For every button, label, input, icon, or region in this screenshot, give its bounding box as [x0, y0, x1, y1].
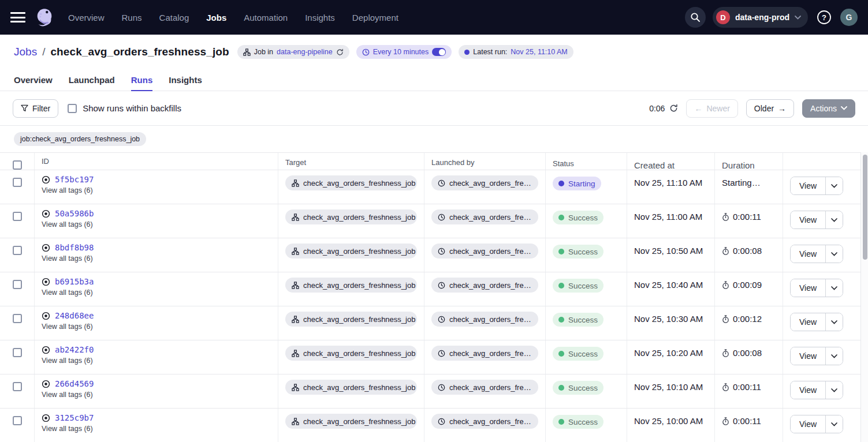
- refresh-icon[interactable]: [669, 104, 678, 113]
- view-dropdown-button[interactable]: [825, 347, 843, 365]
- older-button[interactable]: Older →: [746, 99, 794, 118]
- duration-value: Starting…: [722, 178, 761, 188]
- duration-cell: 0:00:12: [715, 306, 783, 340]
- workspace-name: data-eng-prod: [735, 13, 789, 22]
- scrollbar-thumb[interactable]: [863, 155, 867, 260]
- tab-overview[interactable]: Overview: [14, 69, 53, 91]
- table-row: ab2422f0 View all tags (6) check_avg_ord…: [0, 340, 860, 374]
- vertical-scrollbar[interactable]: [860, 152, 868, 442]
- target-job-pill[interactable]: check_avg_orders_freshness_job: [285, 346, 417, 361]
- nav-item-deployment[interactable]: Deployment: [352, 13, 398, 23]
- view-dropdown-button[interactable]: [825, 245, 843, 263]
- target-job-pill[interactable]: check_avg_orders_freshness_job: [285, 278, 417, 293]
- nav-item-insights[interactable]: Insights: [305, 13, 335, 23]
- dagster-logo[interactable]: [33, 6, 55, 28]
- view-all-tags-link[interactable]: View all tags (6): [42, 391, 271, 399]
- search-button[interactable]: [685, 7, 706, 28]
- run-id-link[interactable]: 266d4569: [55, 379, 94, 388]
- launched-by-pill[interactable]: check_avg_orders_freshn…: [431, 278, 538, 293]
- nav-item-catalog[interactable]: Catalog: [159, 13, 189, 23]
- view-dropdown-button[interactable]: [825, 279, 843, 297]
- target-job-pill[interactable]: check_avg_orders_freshness_job: [285, 380, 417, 395]
- view-all-tags-link[interactable]: View all tags (6): [42, 323, 271, 331]
- column-header-target: Target: [278, 153, 424, 170]
- tab-runs[interactable]: Runs: [131, 69, 153, 91]
- view-all-tags-link[interactable]: View all tags (6): [42, 220, 271, 229]
- view-button[interactable]: View: [791, 381, 825, 399]
- nav-item-overview[interactable]: Overview: [68, 13, 105, 23]
- row-checkbox[interactable]: [13, 382, 22, 391]
- select-all-checkbox[interactable]: [13, 160, 22, 170]
- row-checkbox[interactable]: [13, 280, 22, 289]
- latest-run-link[interactable]: Nov 25, 11:10 AM: [511, 48, 567, 56]
- run-id-link[interactable]: 8bdf8b98: [55, 243, 94, 252]
- view-dropdown-button[interactable]: [825, 381, 843, 399]
- view-all-tags-link[interactable]: View all tags (6): [42, 289, 271, 297]
- workspace-switcher[interactable]: D data-eng-prod: [713, 7, 808, 28]
- row-checkbox[interactable]: [13, 178, 22, 187]
- hamburger-menu-icon[interactable]: [10, 12, 25, 23]
- view-all-tags-link[interactable]: View all tags (6): [42, 186, 271, 194]
- schedule-toggle[interactable]: [432, 48, 446, 56]
- view-button[interactable]: View: [791, 347, 825, 365]
- target-job-pill[interactable]: check_avg_orders_freshness_job: [285, 244, 417, 259]
- view-button[interactable]: View: [791, 211, 825, 229]
- runs-table: ID Target Launched by Status Created at …: [0, 152, 868, 442]
- view-dropdown-button[interactable]: [825, 211, 843, 229]
- nav-item-runs[interactable]: Runs: [122, 13, 142, 23]
- view-button[interactable]: View: [791, 177, 825, 194]
- view-all-tags-link[interactable]: View all tags (6): [42, 254, 271, 263]
- view-all-tags-link[interactable]: View all tags (6): [42, 425, 271, 433]
- backfills-checkbox[interactable]: [68, 104, 77, 113]
- breadcrumb-jobs-link[interactable]: Jobs: [14, 46, 37, 58]
- tab-insights[interactable]: Insights: [169, 69, 202, 91]
- launched-by-pill[interactable]: check_avg_orders_freshn…: [431, 244, 538, 259]
- help-button[interactable]: ?: [815, 8, 833, 27]
- newer-button[interactable]: ← Newer: [686, 99, 737, 118]
- view-dropdown-button[interactable]: [825, 177, 843, 194]
- status-dot-icon: [558, 215, 564, 220]
- row-checkbox[interactable]: [13, 416, 22, 425]
- tab-launchpad[interactable]: Launchpad: [69, 69, 115, 91]
- run-id-link[interactable]: 5f5bc197: [55, 175, 94, 184]
- view-button[interactable]: View: [791, 313, 825, 331]
- filter-button[interactable]: Filter: [13, 99, 58, 118]
- launched-by-pill[interactable]: check_avg_orders_freshn…: [431, 175, 538, 190]
- launched-by-pill[interactable]: check_avg_orders_freshn…: [431, 312, 538, 327]
- job-graph-icon: [292, 213, 299, 221]
- view-split-button: View: [790, 347, 843, 365]
- user-avatar[interactable]: G: [840, 9, 858, 26]
- launched-by-pill[interactable]: check_avg_orders_freshn…: [431, 346, 538, 361]
- run-id-link[interactable]: ab2422f0: [55, 345, 94, 354]
- schedule-clock-icon: [438, 418, 445, 425]
- target-job-pill[interactable]: check_avg_orders_freshness_job: [285, 209, 417, 224]
- run-id-link[interactable]: 50a5986b: [55, 209, 94, 218]
- nav-item-jobs[interactable]: Jobs: [206, 13, 226, 23]
- nav-item-automation[interactable]: Automation: [244, 13, 288, 23]
- target-job-pill[interactable]: check_avg_orders_freshness_job: [285, 414, 417, 429]
- run-id-link[interactable]: 248d68ee: [55, 311, 94, 320]
- row-checkbox[interactable]: [13, 348, 22, 357]
- view-dropdown-button[interactable]: [825, 415, 843, 433]
- run-id-link[interactable]: b6915b3a: [55, 277, 94, 286]
- sync-icon[interactable]: [336, 48, 344, 56]
- duration-cell: 0:00:09: [715, 272, 783, 306]
- pipeline-link[interactable]: data-eng-pipeline: [277, 48, 333, 56]
- view-button[interactable]: View: [791, 245, 825, 263]
- target-job-pill[interactable]: check_avg_orders_freshness_job: [285, 175, 417, 190]
- view-dropdown-button[interactable]: [825, 313, 843, 331]
- arrow-left-icon: ←: [694, 104, 702, 113]
- job-filter-tag[interactable]: job:check_avg_orders_freshness_job: [14, 132, 146, 146]
- row-checkbox[interactable]: [13, 212, 22, 221]
- target-job-pill[interactable]: check_avg_orders_freshness_job: [285, 312, 417, 327]
- actions-button[interactable]: Actions: [802, 99, 855, 118]
- launched-by-pill[interactable]: check_avg_orders_freshn…: [431, 414, 538, 429]
- view-all-tags-link[interactable]: View all tags (6): [42, 357, 271, 365]
- view-button[interactable]: View: [791, 279, 825, 297]
- launched-by-pill[interactable]: check_avg_orders_freshn…: [431, 380, 538, 395]
- launched-by-pill[interactable]: check_avg_orders_freshn…: [431, 209, 538, 224]
- row-checkbox[interactable]: [13, 314, 22, 323]
- view-button[interactable]: View: [791, 415, 825, 433]
- row-checkbox[interactable]: [13, 246, 22, 255]
- run-id-link[interactable]: 3125c9b7: [55, 413, 94, 422]
